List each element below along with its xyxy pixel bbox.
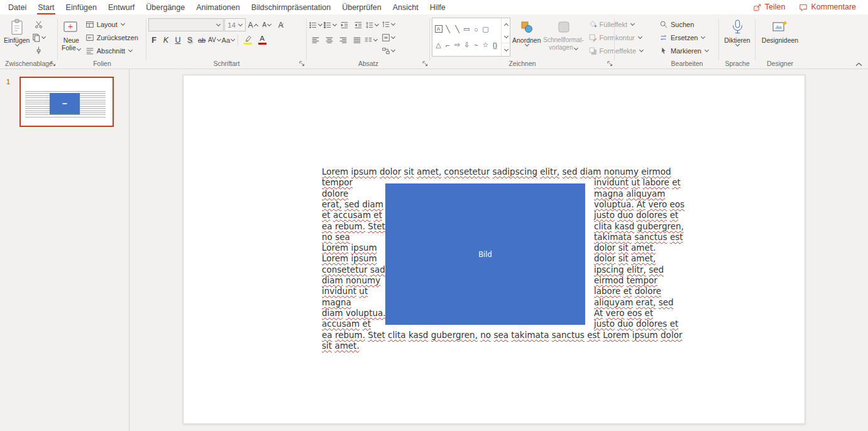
convert-to-smartart-button[interactable] bbox=[382, 44, 395, 57]
justify-button[interactable] bbox=[350, 33, 363, 46]
tab-bildschirmpraesentation[interactable]: Bildschirmpräsentation bbox=[246, 0, 336, 14]
font-name-select[interactable] bbox=[148, 18, 224, 31]
shape-icon[interactable]: ~ bbox=[471, 40, 481, 50]
reset-button[interactable]: Zurücksetzen bbox=[83, 31, 141, 44]
drawing-dialog-launcher-icon[interactable] bbox=[607, 60, 613, 67]
image-placeholder[interactable]: Bild bbox=[385, 183, 585, 325]
change-case-button[interactable]: Aa bbox=[222, 34, 235, 46]
find-button[interactable]: Suchen bbox=[657, 18, 717, 31]
tab-uebergaenge[interactable]: Übergänge bbox=[140, 0, 190, 14]
align-right-button[interactable] bbox=[336, 33, 349, 46]
text-line[interactable]: takimata sanctus est bbox=[594, 232, 683, 243]
text-line[interactable]: ipscing elitr, sed bbox=[594, 265, 664, 275]
text-line[interactable]: Lorem ipsum bbox=[322, 243, 377, 253]
slide-canvas[interactable]: Lorem ipsum dolor sit amet, consetetur s… bbox=[183, 75, 805, 424]
text-highlight-color-button[interactable] bbox=[241, 33, 255, 46]
shape-icon[interactable]: ▢ bbox=[481, 24, 490, 35]
text-line[interactable]: dolore bbox=[322, 188, 348, 199]
text-line[interactable]: aliquyam erat, sed bbox=[594, 297, 674, 308]
shape-icon[interactable]: ╲ bbox=[443, 24, 453, 35]
paste-button[interactable]: Einfügen bbox=[2, 17, 31, 58]
bullet-list-button[interactable] bbox=[309, 18, 322, 31]
shape-icon[interactable]: ☆ bbox=[481, 40, 490, 50]
comments-button[interactable]: Kommentare bbox=[792, 3, 863, 12]
paragraph-dialog-launcher-icon[interactable] bbox=[422, 60, 429, 67]
shape-icon[interactable]: ▭ bbox=[462, 24, 471, 35]
tab-entwurf[interactable]: Entwurf bbox=[102, 0, 140, 14]
tab-ansicht[interactable]: Ansicht bbox=[387, 0, 424, 14]
clear-formatting-button[interactable]: A⁄ bbox=[274, 18, 287, 31]
text-line[interactable]: tempor bbox=[322, 177, 353, 188]
share-button[interactable]: Teilen bbox=[746, 3, 793, 12]
shape-fill-button[interactable]: Fülleffekt bbox=[586, 18, 647, 31]
text-line[interactable]: labore et dolore bbox=[594, 286, 661, 297]
text-line[interactable]: diam voluptua. bbox=[322, 308, 386, 319]
align-center-button[interactable] bbox=[322, 33, 336, 46]
text-line[interactable]: magna aliquyam bbox=[594, 188, 665, 199]
tab-start[interactable]: Start bbox=[32, 0, 60, 14]
text-line[interactable]: clita kasd gubergren, bbox=[594, 221, 684, 232]
shape-outline-button[interactable]: Formkontur bbox=[586, 31, 647, 44]
design-ideas-button[interactable]: Designideen bbox=[760, 17, 800, 58]
align-text-button[interactable] bbox=[382, 31, 395, 44]
select-button[interactable]: Markieren bbox=[657, 44, 717, 57]
numbered-list-button[interactable] bbox=[323, 18, 337, 31]
font-size-select[interactable]: 14 bbox=[224, 18, 246, 31]
tab-einfuegen[interactable]: Einfügen bbox=[60, 0, 102, 14]
gallery-expand-button[interactable] bbox=[502, 43, 510, 56]
bold-button[interactable]: F bbox=[148, 34, 160, 46]
underline-button[interactable]: U bbox=[172, 34, 184, 46]
text-line[interactable]: ea rebum. Stet clita kasd gubergren, no … bbox=[322, 330, 682, 341]
text-line[interactable]: diam nonumy bbox=[322, 275, 380, 286]
italic-button[interactable]: K bbox=[160, 34, 172, 46]
text-line[interactable]: dolor sit amet. bbox=[594, 243, 656, 253]
text-line[interactable]: consetetur sad bbox=[322, 265, 385, 275]
text-line[interactable]: invidunt ut bbox=[322, 286, 368, 297]
shape-icon[interactable]: ⇩ bbox=[462, 40, 471, 50]
text-line[interactable]: no sea bbox=[322, 232, 350, 243]
character-spacing-button[interactable]: AV bbox=[208, 34, 221, 46]
text-direction-button[interactable] bbox=[382, 18, 395, 31]
format-painter-button[interactable] bbox=[31, 44, 46, 57]
new-slide-button[interactable]: Neue Folie bbox=[60, 17, 83, 58]
gallery-scroll-down-button[interactable] bbox=[502, 31, 510, 43]
text-line[interactable]: dolor sit amet, bbox=[594, 253, 656, 264]
shape-icon[interactable]: △ bbox=[434, 40, 443, 50]
arrange-button[interactable]: Anordnen bbox=[510, 17, 543, 58]
shape-icon[interactable]: {} bbox=[490, 40, 500, 50]
shape-icon[interactable]: ⌐ bbox=[443, 40, 453, 50]
slide-thumbnail[interactable] bbox=[19, 77, 114, 127]
font-color-button[interactable]: A bbox=[255, 33, 269, 46]
text-line[interactable]: Lorem ipsum dolor sit amet, consetetur s… bbox=[322, 166, 671, 177]
text-line[interactable]: invidunt ut labore et bbox=[594, 177, 681, 188]
clipboard-dialog-launcher-icon[interactable] bbox=[50, 60, 57, 67]
tab-animationen[interactable]: Animationen bbox=[190, 0, 246, 14]
tab-hilfe[interactable]: Hilfe bbox=[424, 0, 451, 14]
increase-font-size-button[interactable]: A bbox=[246, 18, 260, 31]
text-shadow-button[interactable]: S bbox=[184, 34, 195, 46]
text-line[interactable]: magna bbox=[322, 297, 351, 308]
text-line[interactable]: ea rebum. Stet bbox=[322, 221, 385, 232]
dictate-button[interactable]: Diktieren bbox=[722, 17, 752, 58]
text-line[interactable]: et accusam et bbox=[322, 210, 382, 221]
gallery-scroll-up-button[interactable] bbox=[502, 18, 510, 31]
text-line[interactable]: justo duo dolores et bbox=[594, 319, 678, 329]
text-line[interactable]: justo duo dolores et bbox=[594, 210, 678, 221]
decrease-indent-button[interactable] bbox=[338, 18, 351, 31]
font-dialog-launcher-icon[interactable] bbox=[299, 60, 305, 67]
shape-effects-button[interactable]: Formeffekte bbox=[586, 44, 647, 57]
tab-ueberpruefen[interactable]: Überprüfen bbox=[336, 0, 387, 14]
section-button[interactable]: Abschnitt bbox=[83, 44, 141, 57]
text-line[interactable]: eirmod tempor bbox=[594, 275, 657, 286]
text-line[interactable]: Lorem ipsum bbox=[322, 253, 377, 264]
columns-button[interactable] bbox=[364, 33, 378, 46]
quick-styles-button[interactable]: Schnellformat- vorlagen bbox=[543, 17, 585, 58]
text-line[interactable]: At vero eos et bbox=[594, 308, 653, 319]
cut-button[interactable] bbox=[31, 18, 46, 31]
increase-indent-button[interactable] bbox=[351, 18, 365, 31]
align-left-button[interactable] bbox=[309, 33, 322, 46]
layout-button[interactable]: Layout bbox=[83, 18, 141, 31]
shape-icon[interactable]: ╲ bbox=[453, 24, 462, 35]
text-line[interactable]: erat, sed diam bbox=[322, 199, 383, 210]
shape-icon[interactable]: ⇨ bbox=[453, 40, 462, 50]
